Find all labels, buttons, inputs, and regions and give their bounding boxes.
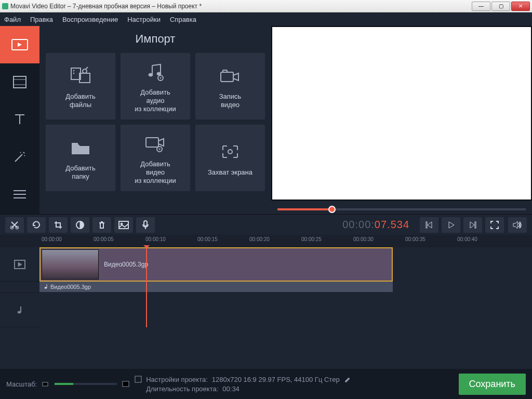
fullscreen-button[interactable] bbox=[485, 217, 504, 233]
import-icon bbox=[11, 37, 29, 52]
music-track-head[interactable] bbox=[0, 293, 39, 327]
ruler-mark: 00:00:35 bbox=[405, 236, 425, 242]
progress-handle[interactable] bbox=[328, 206, 336, 213]
settings-icon bbox=[135, 376, 142, 383]
save-button[interactable]: Сохранить bbox=[459, 374, 526, 395]
image-button[interactable] bbox=[114, 217, 133, 233]
zoom-slider[interactable] bbox=[55, 383, 117, 385]
text-icon bbox=[12, 112, 28, 127]
window-titlebar: Movavi Video Editor – 7-дневная пробная … bbox=[0, 0, 532, 12]
timecode-value: 07.534 bbox=[375, 219, 409, 230]
minimize-button[interactable]: — bbox=[472, 2, 490, 11]
rotate-button[interactable] bbox=[27, 217, 46, 233]
status-bar: Масштаб: Настройки проекта: 1280x720 16:… bbox=[0, 369, 532, 399]
cut-button[interactable] bbox=[5, 217, 24, 233]
menu-playback[interactable]: Воспроизведение bbox=[62, 16, 118, 23]
project-duration-value: 00:34 bbox=[222, 385, 240, 393]
svg-point-35 bbox=[18, 311, 21, 313]
svg-rect-17 bbox=[72, 143, 78, 145]
audio-clip[interactable]: Видео0005.3gp bbox=[39, 282, 393, 292]
sidebar-effects[interactable] bbox=[0, 138, 39, 176]
sidebar bbox=[0, 26, 39, 214]
svg-point-11 bbox=[73, 73, 74, 74]
tile-label: Захват экрана bbox=[208, 168, 252, 177]
zoom-out-icon[interactable] bbox=[42, 381, 49, 387]
sidebar-titles[interactable] bbox=[0, 101, 39, 138]
preview-panel bbox=[271, 26, 532, 214]
tile-label: Добавить видео из коллекции bbox=[135, 160, 176, 185]
tile-add-video[interactable]: Добавить видео из коллекции bbox=[121, 125, 190, 191]
video-track-icon bbox=[14, 259, 26, 270]
next-button[interactable] bbox=[463, 217, 482, 233]
playhead[interactable] bbox=[146, 247, 147, 327]
menu-icon bbox=[12, 189, 27, 200]
volume-button[interactable] bbox=[508, 217, 527, 233]
svg-rect-37 bbox=[43, 382, 48, 386]
svg-rect-38 bbox=[123, 381, 129, 387]
svg-marker-28 bbox=[428, 222, 432, 228]
tile-add-audio[interactable]: Добавить аудио из коллекции bbox=[121, 53, 190, 119]
window-title: Movavi Video Editor – 7-дневная пробная … bbox=[10, 3, 472, 10]
svg-rect-27 bbox=[426, 222, 427, 228]
tile-label: Добавить аудио из коллекции bbox=[135, 88, 176, 114]
tile-add-folder[interactable]: Добавить папку bbox=[46, 125, 115, 191]
menu-help[interactable]: Справка bbox=[170, 16, 196, 23]
progress-slider[interactable] bbox=[277, 205, 526, 214]
import-title: Импорт bbox=[46, 32, 265, 46]
app-icon bbox=[2, 3, 8, 9]
project-settings-value: 1280x720 16:9 29.97 FPS, 44100 Гц Стер bbox=[212, 376, 340, 383]
project-settings-label: Настройки проекта: bbox=[146, 376, 208, 383]
ruler-mark: 00:00:25 bbox=[301, 236, 322, 242]
svg-point-36 bbox=[45, 287, 47, 289]
svg-rect-31 bbox=[475, 222, 476, 228]
svg-marker-32 bbox=[513, 221, 517, 229]
maximize-button[interactable]: ▢ bbox=[491, 2, 510, 11]
svg-marker-1 bbox=[18, 43, 22, 47]
edit-icon[interactable] bbox=[344, 376, 350, 382]
timecode-prefix: 00:00: bbox=[342, 219, 375, 230]
tile-screen-capture[interactable]: Захват экрана bbox=[195, 125, 265, 191]
audio-clip-name: Видео0005.3gp bbox=[50, 284, 91, 290]
svg-rect-26 bbox=[144, 221, 147, 226]
prev-button[interactable] bbox=[420, 217, 438, 233]
svg-point-12 bbox=[149, 73, 153, 76]
play-button[interactable] bbox=[442, 217, 460, 233]
progress-fill bbox=[277, 208, 332, 210]
tile-record-video[interactable]: Запись видео bbox=[195, 53, 265, 119]
project-duration-label: Длительность проекта: bbox=[146, 385, 218, 393]
mic-button[interactable] bbox=[136, 217, 155, 233]
tracks-body[interactable]: Видео0005.3gp Видео0005.3gp bbox=[39, 247, 532, 327]
note-icon bbox=[43, 284, 48, 290]
tile-label: Добавить файлы bbox=[65, 92, 95, 110]
sidebar-import[interactable] bbox=[0, 26, 39, 63]
edit-toolbar: 00:00:07.534 bbox=[0, 214, 532, 235]
preview-canvas[interactable] bbox=[271, 26, 532, 201]
zoom-in-icon[interactable] bbox=[122, 381, 129, 387]
color-button[interactable] bbox=[71, 217, 89, 233]
menu-file[interactable]: Файл bbox=[4, 16, 21, 23]
video-clip[interactable]: Видео0005.3gp bbox=[39, 247, 393, 282]
ruler-mark: 00:00:05 bbox=[94, 236, 114, 242]
capture-icon bbox=[220, 139, 241, 164]
timeline-ruler[interactable]: 00:00:00 00:00:05 00:00:10 00:00:15 00:0… bbox=[0, 235, 532, 247]
delete-button[interactable] bbox=[92, 217, 111, 233]
ruler-mark: 00:00:10 bbox=[145, 236, 166, 242]
svg-point-20 bbox=[228, 150, 232, 154]
menu-edit[interactable]: Правка bbox=[30, 16, 53, 23]
music-track-icon bbox=[16, 305, 24, 315]
ruler-mark: 00:00:40 bbox=[457, 236, 477, 242]
timecode: 00:00:07.534 bbox=[342, 219, 409, 231]
sidebar-filters[interactable] bbox=[0, 63, 39, 101]
svg-rect-16 bbox=[223, 70, 227, 72]
close-button[interactable]: ✕ bbox=[511, 2, 530, 11]
video-track-head[interactable] bbox=[0, 247, 39, 282]
audio-track-head[interactable] bbox=[0, 282, 39, 293]
clip-thumbnail bbox=[42, 249, 99, 280]
ruler-mark: 00:00:15 bbox=[197, 236, 218, 242]
tile-add-files[interactable]: Добавить файлы bbox=[46, 53, 115, 119]
sidebar-more[interactable] bbox=[0, 176, 39, 213]
menu-settings[interactable]: Настройки bbox=[127, 16, 161, 23]
svg-rect-2 bbox=[14, 76, 26, 88]
menu-bar: Файл Правка Воспроизведение Настройки Сп… bbox=[0, 12, 532, 26]
crop-button[interactable] bbox=[49, 217, 68, 233]
